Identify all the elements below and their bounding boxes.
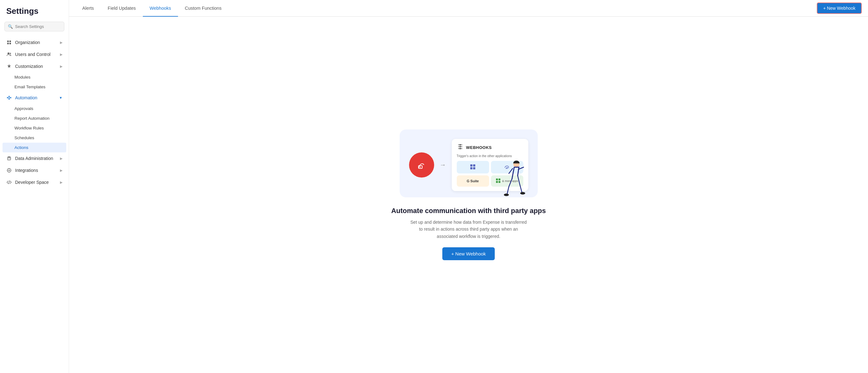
integrations-icon [6, 168, 12, 173]
tab-webhooks[interactable]: Webhooks [143, 0, 178, 17]
new-webhook-header-label: + New Webhook [823, 6, 856, 11]
svg-rect-1 [9, 40, 11, 42]
users-icon [6, 52, 12, 57]
sidebar-item-approvals[interactable]: Approvals [0, 104, 69, 113]
search-input[interactable] [15, 24, 61, 29]
promo-description: Set up and determine how data from Expen… [409, 219, 528, 240]
developer-space-icon [6, 179, 12, 185]
customization-icon [6, 63, 12, 69]
svg-point-27 [504, 194, 509, 196]
webhooks-card-subtitle: Trigger's action in the other applicatio… [457, 154, 523, 158]
webhooks-card-title: WEBHOOKS [466, 145, 492, 150]
svg-rect-19 [470, 167, 472, 169]
tabs-container: Alerts Field Updates Webhooks Custom Fun… [75, 0, 228, 16]
svg-point-6 [7, 97, 8, 98]
sidebar-item-label-developer-space: Developer Space [15, 180, 49, 185]
chevron-down-icon-automation: ▼ [59, 96, 62, 99]
svg-rect-2 [7, 43, 9, 44]
walking-figure [497, 159, 528, 200]
sidebar-item-schedules[interactable]: Schedules [0, 133, 69, 143]
sidebar-item-email-templates[interactable]: Email Templates [0, 82, 69, 92]
sidebar-item-label-organization: Organization [15, 40, 40, 45]
sidebar-item-label-approvals: Approvals [14, 106, 33, 111]
svg-point-4 [7, 53, 9, 54]
sidebar-item-label-automation: Automation [15, 95, 37, 100]
app-tile-gsuite: G Suite [457, 175, 489, 186]
svg-point-7 [8, 96, 10, 97]
sidebar-item-actions[interactable]: Actions [2, 143, 66, 152]
sidebar-item-label-actions: Actions [14, 145, 28, 150]
tab-custom-functions[interactable]: Custom Functions [178, 0, 228, 17]
main-content: Alerts Field Updates Webhooks Custom Fun… [69, 0, 868, 373]
svg-point-10 [7, 156, 11, 158]
sidebar-item-organization[interactable]: Organization ▶ [0, 36, 69, 48]
chevron-right-icon-dev: ▶ [60, 180, 62, 184]
svg-point-8 [10, 97, 11, 98]
promo-title: Automate communication with third party … [391, 207, 546, 215]
svg-point-28 [520, 192, 525, 195]
new-webhook-header-button[interactable]: + New Webhook [817, 2, 862, 14]
app-title: Settings [0, 6, 69, 22]
sidebar-item-modules[interactable]: Modules [0, 72, 69, 82]
sidebar-item-label-customization: Customization [15, 64, 43, 69]
webhooks-menu-icon [457, 143, 464, 152]
svg-rect-0 [7, 40, 9, 42]
sidebar-item-label-schedules: Schedules [14, 136, 34, 140]
sidebar-item-label-integrations: Integrations [15, 168, 38, 173]
sidebar-item-label-data-admin: Data Administration [15, 156, 53, 161]
svg-rect-17 [470, 164, 472, 167]
organization-icon [6, 39, 12, 45]
chevron-right-icon-custom: ▶ [60, 64, 62, 68]
svg-rect-20 [473, 167, 475, 169]
sidebar-item-users-control[interactable]: Users and Control ▶ [0, 48, 69, 60]
svg-point-9 [8, 98, 10, 99]
automation-icon [6, 95, 12, 101]
sidebar-item-label-workflow-rules: Workflow Rules [14, 126, 44, 131]
chevron-right-icon-users: ▶ [60, 53, 62, 57]
svg-point-5 [10, 53, 11, 54]
svg-rect-3 [9, 43, 11, 44]
app-tile-icon-1 [469, 164, 476, 171]
tab-field-updates[interactable]: Field Updates [101, 0, 143, 17]
sidebar-item-label-email-templates: Email Templates [14, 85, 45, 89]
svg-point-12 [8, 170, 10, 171]
sidebar: Settings 🔍 Organization ▶ Users and Cont… [0, 0, 69, 373]
webhook-illustration: → WEBH [400, 130, 538, 197]
red-circle-icon [409, 152, 434, 177]
search-icon: 🔍 [8, 24, 13, 29]
tab-bar: Alerts Field Updates Webhooks Custom Fun… [69, 0, 868, 17]
chevron-right-icon: ▶ [60, 40, 62, 45]
sidebar-item-label-modules: Modules [14, 75, 30, 80]
sidebar-item-workflow-rules[interactable]: Workflow Rules [0, 123, 69, 133]
chevron-right-icon-data: ▶ [60, 156, 62, 161]
svg-rect-18 [473, 164, 475, 167]
tab-alerts[interactable]: Alerts [75, 0, 101, 17]
new-webhook-center-label: + New Webhook [451, 251, 486, 256]
sidebar-item-customization[interactable]: Customization ▶ [0, 60, 69, 72]
app-tile-1 [457, 161, 489, 173]
chevron-right-icon-integrations: ▶ [60, 168, 62, 173]
sidebar-item-automation[interactable]: Automation ▼ [0, 92, 69, 104]
gsuite-label: G Suite [467, 179, 479, 183]
sidebar-item-report-automation[interactable]: Report Automation [0, 113, 69, 123]
sidebar-item-label-users-control: Users and Control [15, 52, 51, 57]
sidebar-item-data-administration[interactable]: Data Administration ▶ [0, 152, 69, 164]
search-box[interactable]: 🔍 [4, 22, 64, 31]
data-administration-icon [6, 155, 12, 161]
content-area: → WEBH [69, 17, 868, 373]
new-webhook-center-button[interactable]: + New Webhook [442, 247, 494, 260]
sidebar-item-developer-space[interactable]: Developer Space ▶ [0, 176, 69, 188]
arrow-icon: → [440, 161, 446, 168]
sidebar-item-integrations[interactable]: Integrations ▶ [0, 164, 69, 176]
sidebar-item-label-report-automation: Report Automation [14, 116, 50, 121]
